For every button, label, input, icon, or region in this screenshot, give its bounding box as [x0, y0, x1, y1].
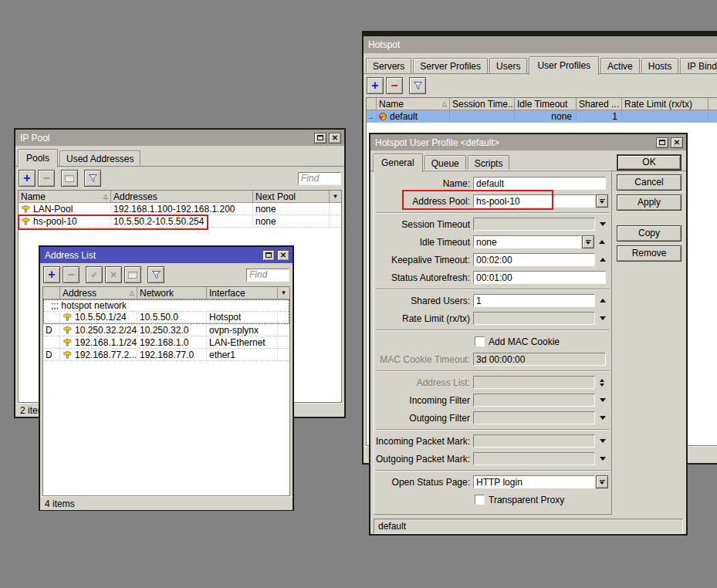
hotspot-user-profile-window: Hotspot User Profile <default> ✕ General… — [369, 133, 688, 536]
column-flags[interactable] — [367, 98, 377, 110]
keepalive-timeout-field[interactable] — [473, 253, 595, 266]
profile-titlebar[interactable]: Hotspot User Profile <default> ✕ — [370, 134, 686, 150]
add-button[interactable]: + — [43, 266, 60, 283]
maximize-button[interactable] — [314, 133, 326, 144]
address-row-lan[interactable]: 192.168.1.1/24 192.168.1.0 LAN-Ethernet — [43, 336, 289, 349]
filter-button[interactable] — [147, 266, 164, 283]
tab-servers[interactable]: Servers — [366, 58, 411, 74]
column-chooser-button[interactable]: ▼ — [278, 287, 289, 299]
sort-asc-icon: △ — [128, 289, 134, 296]
add-mac-cookie-checkbox[interactable] — [475, 336, 485, 346]
column-session-timeout[interactable]: Session Time... — [450, 98, 515, 110]
tab-pools[interactable]: Pools — [18, 149, 58, 167]
tab-users[interactable]: Users — [489, 58, 527, 74]
tab-active[interactable]: Active — [600, 58, 640, 74]
ip-pool-titlebar[interactable]: IP Pool ✕ — [15, 130, 344, 146]
remove-button[interactable]: − — [38, 170, 55, 187]
tab-server-profiles[interactable]: Server Profiles — [413, 58, 488, 74]
pool-row-lan[interactable]: LAN-Pool 192.168.1.100-192.168.1.200 non… — [19, 203, 341, 215]
rate-limit-field[interactable] — [473, 312, 595, 325]
maximize-button[interactable] — [262, 250, 275, 261]
add-button[interactable]: + — [367, 77, 384, 94]
filter-icon — [151, 270, 161, 279]
comment-row[interactable]: ;;; hotspot network — [44, 300, 289, 312]
filter-button[interactable] — [84, 170, 101, 187]
comment-button[interactable] — [124, 266, 141, 283]
idle-timeout-dropdown-button[interactable] — [582, 235, 594, 248]
incoming-packet-mark-field[interactable] — [473, 434, 595, 448]
idle-timeout-field[interactable] — [473, 235, 581, 248]
filter-button[interactable] — [409, 77, 426, 94]
expand-down-arrow[interactable] — [600, 416, 606, 420]
row-flags — [43, 336, 60, 348]
column-flags[interactable] — [43, 287, 60, 299]
tab-scripts[interactable]: Scripts — [468, 155, 510, 171]
maximize-icon — [265, 252, 272, 258]
column-name[interactable]: Name △ — [19, 191, 111, 202]
expand-down-arrow[interactable] — [600, 222, 606, 226]
comment-button[interactable] — [61, 170, 78, 187]
column-name[interactable]: Name △ — [377, 98, 450, 110]
column-next-pool[interactable]: Next Pool — [253, 191, 330, 202]
open-status-page-field[interactable] — [473, 475, 595, 488]
tab-user-profiles[interactable]: User Profiles — [529, 56, 599, 75]
column-addresses[interactable]: Addresses — [111, 191, 253, 202]
remove-button[interactable]: Remove — [617, 245, 681, 262]
pool-row-hs-pool-10[interactable]: hs-pool-10 10.5.50.2-10.5.50.254 none — [19, 215, 341, 228]
tab-hosts[interactable]: Hosts — [641, 58, 679, 74]
remove-button[interactable]: − — [63, 266, 79, 283]
open-status-page-dropdown-button[interactable] — [596, 475, 608, 488]
outgoing-filter-field[interactable] — [473, 411, 595, 424]
expand-down-arrow[interactable] — [600, 316, 606, 320]
tab-general[interactable]: General — [373, 154, 423, 172]
address-row-ether1[interactable]: D 192.168.77.2... 192.168.77.0 ether1 — [43, 349, 289, 361]
find-input[interactable] — [298, 172, 341, 185]
address-pool-field[interactable] — [473, 194, 595, 208]
incoming-filter-field[interactable] — [473, 394, 595, 407]
ok-button[interactable]: OK — [617, 154, 681, 171]
maximize-button[interactable] — [656, 137, 668, 148]
address-pool-dropdown-button[interactable] — [596, 194, 608, 208]
hotspot-titlebar[interactable]: Hotspot — [364, 36, 717, 53]
apply-button[interactable]: Apply — [617, 194, 681, 211]
column-idle-timeout[interactable]: Idle Timeout — [515, 98, 577, 110]
spinner-control[interactable] — [600, 379, 604, 387]
session-timeout-field[interactable] — [473, 218, 595, 231]
address-list-field[interactable] — [473, 376, 595, 389]
disable-button[interactable]: ✕ — [105, 266, 122, 283]
find-input[interactable] — [246, 269, 289, 282]
address-row-hotspot[interactable]: 10.5.50.1/24 10.5.50.0 Hotspot — [44, 312, 289, 323]
shared-users-field[interactable] — [473, 294, 595, 307]
close-button[interactable]: ✕ — [329, 133, 341, 144]
tab-queue[interactable]: Queue — [424, 155, 466, 171]
enable-button[interactable]: ✓ — [86, 266, 103, 283]
column-chooser-button[interactable]: ▼ — [330, 191, 341, 202]
tab-used-addresses[interactable]: Used Addresses — [59, 150, 140, 167]
collapse-up-arrow[interactable] — [600, 299, 606, 302]
column-shared-users[interactable]: Shared ... — [577, 98, 622, 110]
tab-ip-bindings[interactable]: IP Bindings — [680, 58, 717, 74]
expand-down-arrow[interactable] — [600, 398, 606, 402]
close-button[interactable]: ✕ — [277, 250, 289, 261]
collapse-up-arrow[interactable] — [599, 240, 605, 244]
column-rate-limit[interactable]: Rate Limit (rx/tx) — [622, 98, 709, 110]
name-field[interactable] — [473, 177, 606, 190]
expand-down-arrow[interactable] — [600, 457, 606, 461]
expand-down-arrow[interactable] — [600, 439, 606, 443]
collapse-up-arrow[interactable] — [600, 258, 606, 262]
copy-button[interactable]: Copy — [617, 225, 681, 242]
address-list-titlebar[interactable]: Address List ✕ — [40, 247, 293, 263]
cancel-button[interactable]: Cancel — [617, 174, 681, 191]
column-network[interactable]: Network — [137, 287, 207, 299]
close-button[interactable]: ✕ — [671, 137, 683, 148]
add-button[interactable]: + — [19, 170, 36, 187]
transparent-proxy-checkbox[interactable] — [475, 495, 485, 505]
outgoing-packet-mark-field[interactable] — [473, 452, 595, 465]
address-row-ovpn[interactable]: D 10.250.32.2/24 10.250.32.0 ovpn-splynx — [43, 324, 289, 336]
user-profile-row-default[interactable]: .. default none 1 — [367, 110, 717, 123]
remove-button[interactable]: − — [386, 77, 403, 94]
status-autorefresh-field[interactable] — [473, 271, 606, 284]
column-address[interactable]: Address △ — [60, 287, 137, 299]
mac-cookie-timeout-field[interactable] — [473, 353, 606, 366]
column-interface[interactable]: Interface — [207, 287, 278, 299]
